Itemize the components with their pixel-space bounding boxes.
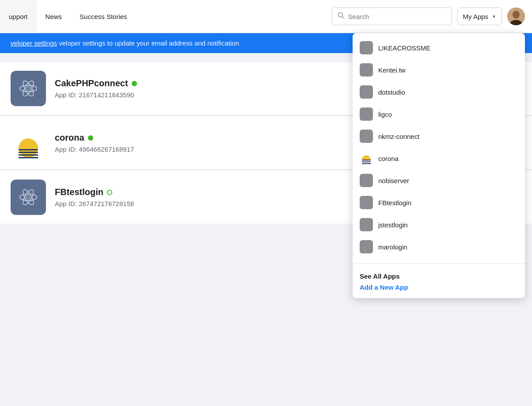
dropdown-item-name-corona: corona xyxy=(378,155,399,162)
dropdown-icon-marologin xyxy=(360,240,373,253)
app-name-cakephpconnect: CakePHPconnect xyxy=(55,78,137,88)
dropdown-item-name-nkmz: nkmz-connect xyxy=(378,133,419,140)
svg-point-71 xyxy=(363,177,369,184)
chevron-down-icon: ▼ xyxy=(492,14,496,19)
svg-line-36 xyxy=(368,45,369,46)
my-apps-dropdown: LIKEACROSSME Kentei.tw xyxy=(353,33,525,298)
dropdown-item-dotstudio[interactable]: dotstudio xyxy=(353,81,525,103)
svg-point-47 xyxy=(365,91,368,93)
svg-point-52 xyxy=(363,111,369,117)
svg-point-59 xyxy=(365,135,368,138)
avatar[interactable] xyxy=(507,8,525,25)
dropdown-item-name-ligco: ligco xyxy=(378,111,392,118)
svg-rect-70 xyxy=(362,163,371,164)
svg-point-41 xyxy=(365,69,368,71)
svg-point-83 xyxy=(363,222,369,228)
svg-rect-69 xyxy=(362,161,371,162)
dropdown-item-name-fbtestlogin: FBtestlogin xyxy=(378,199,411,207)
search-icon xyxy=(338,12,345,21)
app-name-fbtestlogin: FBtestlogin xyxy=(55,187,134,197)
dropdown-footer: See All Apps Add a New App xyxy=(353,265,525,298)
dropdown-item-nobiserver[interactable]: nobiserver xyxy=(353,169,525,192)
dropdown-icon-kentei xyxy=(360,63,373,77)
app-id-fbtestlogin: App ID: 267472176728158 xyxy=(55,200,134,207)
status-active-dot-corona xyxy=(88,135,93,141)
dropdown-item-fbtestlogin[interactable]: FBtestlogin xyxy=(353,192,525,214)
svg-point-90 xyxy=(365,246,368,248)
svg-point-46 xyxy=(363,89,369,95)
app-info-cakephpconnect: CakePHPconnect App ID: 216714211843590 xyxy=(55,78,137,99)
svg-line-39 xyxy=(364,45,364,46)
app-icon-cakephpconnect xyxy=(11,71,46,106)
svg-rect-68 xyxy=(362,160,371,161)
add-new-app-link[interactable]: Add a New App xyxy=(360,282,518,293)
app-info-fbtestlogin: FBtestlogin App ID: 267472176728158 xyxy=(55,187,134,207)
dropdown-icon-fbtestlogin xyxy=(360,196,373,209)
dropdown-item-name-nobiserver: nobiserver xyxy=(378,177,409,184)
dropdown-item-likeacrossme[interactable]: LIKEACROSSME xyxy=(353,37,525,59)
nav-item-support[interactable]: upport xyxy=(0,0,37,33)
svg-point-89 xyxy=(363,244,369,250)
my-apps-label: My Apps xyxy=(463,13,489,20)
header: upport News Success Stories My Apps ▼ xyxy=(0,0,532,33)
svg-point-31 xyxy=(365,47,368,49)
dropdown-icon-corona xyxy=(360,152,373,165)
svg-point-78 xyxy=(365,202,368,204)
app-id-cakephpconnect: App ID: 216714211843590 xyxy=(55,91,137,99)
status-inactive-dot xyxy=(107,190,112,195)
svg-point-40 xyxy=(363,67,369,73)
svg-rect-29 xyxy=(27,196,30,199)
dropdown-divider xyxy=(353,263,525,264)
svg-rect-10 xyxy=(27,87,30,90)
nav-success-label: Success Stories xyxy=(80,13,127,20)
dropdown-item-marologin[interactable]: marologin xyxy=(353,236,525,258)
svg-point-84 xyxy=(365,224,368,226)
dropdown-icon-likeacrossme xyxy=(360,41,373,54)
dropdown-item-name-dotstudio: dotstudio xyxy=(378,88,405,96)
app-icon-fbtestlogin xyxy=(11,180,46,215)
nav-news-label: News xyxy=(46,13,62,20)
nav-bar: upport News Success Stories xyxy=(0,0,332,33)
search-input[interactable] xyxy=(348,13,446,20)
status-active-dot xyxy=(132,81,137,86)
svg-rect-21 xyxy=(19,152,38,153)
dropdown-item-name-kentei: Kentei.tw xyxy=(378,66,406,74)
app-icon-corona xyxy=(11,125,46,161)
dropdown-list: LIKEACROSSME Kentei.tw xyxy=(353,33,525,261)
dropdown-item-ligco[interactable]: ligco xyxy=(353,103,525,125)
dropdown-icon-nobiserver xyxy=(360,174,373,187)
dropdown-item-corona[interactable]: corona xyxy=(353,147,525,169)
banner-link[interactable]: veloper settings xyxy=(11,39,57,47)
svg-point-77 xyxy=(363,199,369,206)
dropdown-item-name-jstestlogin: jstestlogin xyxy=(378,221,408,229)
app-id-corona: App ID: 496466267168917 xyxy=(55,146,134,153)
app-info-corona: corona App ID: 496466267168917 xyxy=(55,133,134,153)
svg-point-53 xyxy=(365,113,368,115)
banner-text: veloper settings veloper settings to upd… xyxy=(11,39,239,47)
dropdown-icon-nkmz xyxy=(360,130,373,143)
my-apps-button[interactable]: My Apps ▼ xyxy=(457,8,502,25)
nav-item-success-stories[interactable]: Success Stories xyxy=(71,0,136,33)
dropdown-item-nkmz[interactable]: nkmz-connect xyxy=(353,125,525,147)
nav-item-news[interactable]: News xyxy=(37,0,71,33)
dropdown-item-name-likeacrossme: LIKEACROSSME xyxy=(378,44,430,52)
header-right: My Apps ▼ xyxy=(332,8,532,25)
svg-point-3 xyxy=(513,11,520,19)
dropdown-icon-ligco xyxy=(360,107,373,121)
dropdown-icon-jstestlogin xyxy=(360,218,373,231)
svg-line-38 xyxy=(364,50,364,50)
svg-point-58 xyxy=(363,133,369,139)
dropdown-icon-dotstudio xyxy=(360,85,373,99)
dropdown-item-kentei[interactable]: Kentei.tw xyxy=(353,59,525,81)
svg-point-72 xyxy=(365,180,368,182)
search-box[interactable] xyxy=(332,8,452,25)
svg-line-37 xyxy=(368,50,369,50)
app-name-corona: corona xyxy=(55,133,134,143)
see-all-apps-link[interactable]: See All Apps xyxy=(360,271,518,282)
dropdown-item-name-marologin: marologin xyxy=(378,243,407,251)
svg-rect-20 xyxy=(19,149,38,150)
nav-support-label: upport xyxy=(9,13,28,20)
svg-line-1 xyxy=(342,17,344,19)
dropdown-item-jstestlogin[interactable]: jstestlogin xyxy=(353,214,525,236)
